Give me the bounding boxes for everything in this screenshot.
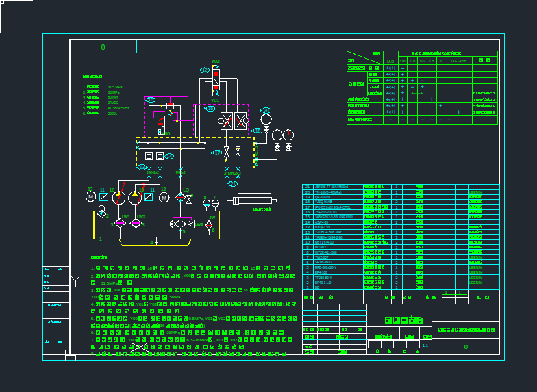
svg-text:DF40-1-L/0: DF40-1-L/0 (315, 281, 332, 285)
svg-text:17: 17 (215, 151, 221, 155)
svg-text:1: 1 (396, 225, 398, 229)
svg-text:,: , (114, 351, 116, 356)
svg-text:+<+Ι: +<+Ι (386, 78, 395, 83)
svg-text:,: , (284, 302, 286, 306)
svg-text:,: , (262, 337, 264, 342)
svg-text:−: − (411, 116, 414, 123)
svg-text:Y00: Y00 (91, 294, 99, 299)
svg-text:LEENIM: LEENIM (469, 255, 482, 259)
svg-text:12: 12 (202, 68, 208, 73)
svg-text:6.: 6. (83, 112, 86, 116)
svg-text:LEENIM: LEENIM (469, 270, 482, 274)
svg-text:2SF202-202.63: 2SF202-202.63 (315, 211, 337, 214)
svg-text:2: 2 (396, 280, 398, 285)
svg-text:+<+Ι: +<+Ι (386, 103, 395, 108)
svg-text:18: 18 (147, 265, 152, 270)
svg-text:12: 12 (88, 187, 93, 192)
svg-text:Y00: Y00 (400, 59, 406, 63)
svg-text:15: 15 (251, 265, 255, 270)
svg-text:+: + (401, 109, 404, 116)
svg-text:Y01: Y01 (205, 316, 213, 321)
svg-text:80 ml/r: 80 ml/r (108, 96, 118, 99)
svg-text:LW2: LW2 (137, 215, 146, 219)
svg-text:1: 1 (396, 231, 398, 235)
svg-text:8: 8 (306, 250, 308, 254)
svg-text:LB: LB (429, 59, 434, 63)
svg-text:,: , (148, 337, 149, 342)
svg-text:16: 16 (160, 323, 165, 328)
svg-text:,: , (219, 287, 221, 292)
svg-text:,: , (201, 344, 203, 349)
svg-text:5.: 5. (83, 106, 86, 110)
svg-text:−: − (421, 116, 424, 123)
svg-text:13: 13 (305, 225, 310, 229)
svg-text:3: 3 (306, 276, 308, 280)
svg-text:2: 2 (396, 261, 398, 265)
svg-text:,: , (179, 351, 181, 356)
svg-text:JV: JV (438, 59, 443, 63)
svg-text:3: 3 (396, 235, 398, 239)
svg-text:1: 1 (396, 185, 398, 189)
svg-text:+<+Ι: +<+Ι (386, 85, 395, 90)
svg-text:2-M42x2: 2-M42x2 (224, 171, 241, 176)
svg-text:YA8EX+H3/94-2-B0: YA8EX+H3/94-2-B0 (315, 236, 343, 239)
svg-text:1: 1 (396, 285, 398, 289)
svg-text:4.: 4. (83, 101, 86, 105)
svg-text:Y01: Y01 (211, 98, 220, 103)
svg-text:4: 4 (151, 240, 153, 245)
svg-text:11: 11 (150, 187, 155, 192)
svg-text:15: 15 (305, 215, 310, 219)
svg-text:3.: 3. (83, 96, 86, 100)
svg-text:10: 10 (305, 240, 310, 244)
svg-text:+<+Ι: +<+Ι (386, 109, 395, 114)
svg-text:6: 6 (212, 228, 215, 233)
svg-text:): ) (204, 323, 205, 328)
svg-text:5MPa: 5MPa (169, 294, 181, 299)
svg-text:Y02: Y02 (218, 316, 226, 321)
svg-text:EF4-100: EF4-100 (315, 271, 327, 274)
svg-text:,: , (179, 330, 180, 335)
svg-text:LQ: LQ (184, 187, 190, 193)
svg-text:1: 1 (396, 265, 398, 270)
svg-text:2.: 2. (83, 90, 86, 94)
svg-text:,: , (173, 287, 175, 292)
svg-text:5: 5 (183, 229, 186, 234)
svg-text:,: , (168, 302, 170, 306)
svg-text:2: 2 (396, 276, 398, 280)
svg-text:,: , (112, 294, 114, 299)
svg-text:,: , (133, 287, 134, 292)
svg-text:14: 14 (305, 220, 310, 224)
svg-text:LEENIM: LEENIM (469, 280, 482, 285)
svg-text:5.: 5. (91, 316, 95, 321)
svg-text:2-M42x2: 2-M42x2 (147, 171, 159, 174)
svg-text:16: 16 (305, 210, 310, 214)
svg-text:RFB-308x3D-Y: RFB-308x3D-Y (315, 266, 336, 270)
svg-text:4.: 4. (91, 302, 95, 306)
svg-text:LW1: LW1 (122, 215, 131, 219)
svg-text:3: 3 (111, 222, 114, 227)
svg-text:7.: 7. (91, 337, 95, 342)
svg-text:JB4988-77 38X/-M80x6: JB4988-77 38X/-M80x6 (315, 185, 349, 189)
svg-text:1:1: 1:1 (423, 343, 429, 348)
svg-text:1: 1 (396, 205, 398, 209)
svg-text:11: 11 (100, 187, 105, 192)
svg-text:,: , (149, 316, 150, 321)
svg-text:LEENIM: LEENIM (469, 265, 482, 270)
svg-text:M.D: M.D (387, 60, 394, 64)
svg-text:12: 12 (161, 187, 166, 192)
svg-text:10: 10 (110, 187, 115, 192)
svg-text:BD: BD (315, 286, 320, 289)
svg-text:TF250-80-Y: TF250-80-Y (315, 276, 332, 280)
svg-text:16: 16 (208, 106, 214, 111)
svg-text:1: 1 (396, 255, 398, 259)
svg-text:4: 4 (306, 270, 308, 274)
svg-text:,: , (249, 287, 250, 292)
svg-text:1.: 1. (83, 85, 86, 89)
svg-text:+<+Ι: +<+Ι (386, 91, 395, 96)
svg-text:20: 20 (305, 190, 310, 194)
svg-text:3: 3 (142, 222, 145, 227)
svg-text:Y00: Y00 (184, 273, 192, 278)
svg-text:+: + (457, 109, 460, 116)
svg-text:6: 6 (306, 261, 308, 265)
svg-text:2: 2 (396, 240, 398, 244)
